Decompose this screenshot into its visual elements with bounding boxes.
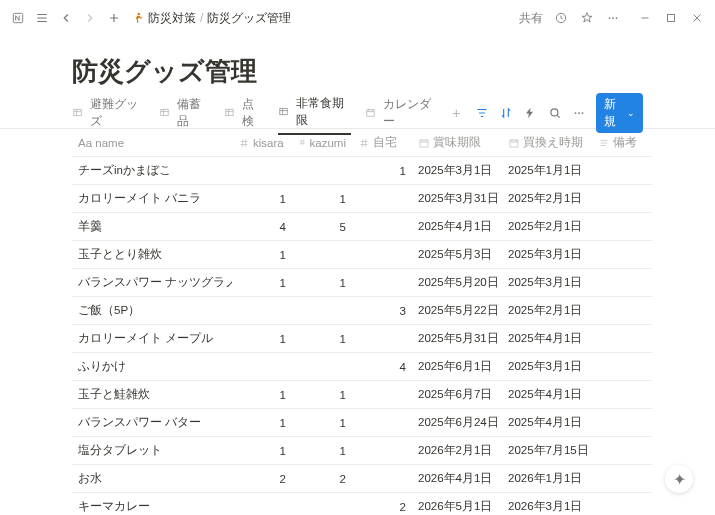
cell-kisara[interactable] <box>232 493 292 515</box>
cell-expiry[interactable]: 2025年3月1日 <box>412 157 502 185</box>
cell-kisara[interactable]: 1 <box>232 325 292 353</box>
column-header-kisara[interactable]: kisara <box>232 129 292 157</box>
column-header-note[interactable]: 備考 <box>592 129 652 157</box>
cell-home[interactable]: 3 <box>352 297 412 325</box>
maximize-icon[interactable] <box>663 10 679 26</box>
sort-icon[interactable] <box>499 105 513 121</box>
search-icon[interactable] <box>548 105 562 121</box>
column-header-replace[interactable]: 買換え時期 <box>502 129 592 157</box>
cell-home[interactable]: 1 <box>352 157 412 185</box>
cell-home[interactable] <box>352 269 412 297</box>
minimize-icon[interactable] <box>637 10 653 26</box>
cell-home[interactable] <box>352 409 412 437</box>
cell-kisara[interactable]: 1 <box>232 269 292 297</box>
cell-replace[interactable]: 2025年7月15日 <box>502 437 592 465</box>
new-button[interactable]: 新規⌄ <box>596 93 643 133</box>
star-icon[interactable] <box>579 10 595 26</box>
cell-expiry[interactable]: 2026年4月1日 <box>412 465 502 493</box>
cell-name[interactable]: お水 <box>72 465 232 493</box>
cell-kisara[interactable]: 1 <box>232 241 292 269</box>
cell-name[interactable]: キーマカレー <box>72 493 232 515</box>
cell-name[interactable]: チーズinかまぼこ <box>72 157 232 185</box>
cell-name[interactable]: バランスパワー バター <box>72 409 232 437</box>
tab-1[interactable]: 備蓄品 <box>159 91 210 134</box>
cell-name[interactable]: カロリーメイト バニラ <box>72 185 232 213</box>
cell-kisara[interactable] <box>232 353 292 381</box>
cell-home[interactable] <box>352 241 412 269</box>
breadcrumb-current[interactable]: 防災グッズ管理 <box>207 10 291 27</box>
cell-expiry[interactable]: 2025年5月20日 <box>412 269 502 297</box>
cell-name[interactable]: 塩分タブレット <box>72 437 232 465</box>
column-header-kazumi[interactable]: kazumi <box>292 129 352 157</box>
add-view-button[interactable]: + <box>452 105 460 121</box>
cell-note[interactable] <box>592 157 652 185</box>
cell-kazumi[interactable]: 1 <box>292 381 352 409</box>
cell-replace[interactable]: 2025年2月1日 <box>502 297 592 325</box>
cell-home[interactable]: 4 <box>352 353 412 381</box>
cell-note[interactable] <box>592 325 652 353</box>
cell-kisara[interactable]: 1 <box>232 409 292 437</box>
cell-name[interactable]: 玉子と鮭雑炊 <box>72 381 232 409</box>
cell-replace[interactable]: 2025年3月1日 <box>502 269 592 297</box>
cell-kisara[interactable]: 1 <box>232 381 292 409</box>
cell-expiry[interactable]: 2025年5月31日 <box>412 325 502 353</box>
cell-kazumi[interactable]: 5 <box>292 213 352 241</box>
view-more-icon[interactable] <box>572 105 586 121</box>
cell-kisara[interactable]: 4 <box>232 213 292 241</box>
share-button[interactable]: 共有 <box>519 10 543 27</box>
cell-name[interactable]: ふりかけ <box>72 353 232 381</box>
bolt-icon[interactable] <box>523 105 537 121</box>
cell-kazumi[interactable] <box>292 241 352 269</box>
cell-replace[interactable]: 2025年2月1日 <box>502 213 592 241</box>
cell-kazumi[interactable]: 1 <box>292 185 352 213</box>
cell-note[interactable] <box>592 381 652 409</box>
cell-kisara[interactable] <box>232 157 292 185</box>
cell-home[interactable] <box>352 465 412 493</box>
ai-fab-button[interactable]: ✦ <box>665 465 693 493</box>
cell-name[interactable]: ご飯（5P） <box>72 297 232 325</box>
cell-kisara[interactable]: 2 <box>232 465 292 493</box>
cell-home[interactable] <box>352 325 412 353</box>
cell-kazumi[interactable]: 2 <box>292 465 352 493</box>
cell-note[interactable] <box>592 269 652 297</box>
cell-home[interactable]: 2 <box>352 493 412 515</box>
filter-icon[interactable] <box>474 105 488 121</box>
cell-name[interactable]: 玉子ととり雑炊 <box>72 241 232 269</box>
cell-replace[interactable]: 2025年3月1日 <box>502 241 592 269</box>
cell-kisara[interactable]: 1 <box>232 437 292 465</box>
cell-kazumi[interactable] <box>292 353 352 381</box>
cell-expiry[interactable]: 2025年3月31日 <box>412 185 502 213</box>
page-title[interactable]: 防災グッズ管理 <box>72 54 655 89</box>
cell-expiry[interactable]: 2026年2月1日 <box>412 437 502 465</box>
cell-expiry[interactable]: 2025年6月1日 <box>412 353 502 381</box>
cell-replace[interactable]: 2025年4月1日 <box>502 409 592 437</box>
column-header-home[interactable]: 自宅 <box>352 129 412 157</box>
cell-home[interactable] <box>352 185 412 213</box>
cell-expiry[interactable]: 2025年6月7日 <box>412 381 502 409</box>
cell-note[interactable] <box>592 465 652 493</box>
breadcrumb-parent[interactable]: 防災対策 <box>148 10 196 27</box>
cell-note[interactable] <box>592 437 652 465</box>
cell-name[interactable]: カロリーメイト メープル <box>72 325 232 353</box>
cell-replace[interactable]: 2025年4月1日 <box>502 325 592 353</box>
cell-home[interactable] <box>352 437 412 465</box>
more-icon[interactable] <box>605 10 621 26</box>
cell-expiry[interactable]: 2025年6月24日 <box>412 409 502 437</box>
cell-note[interactable] <box>592 493 652 515</box>
cell-replace[interactable]: 2025年4月1日 <box>502 381 592 409</box>
clock-icon[interactable] <box>553 10 569 26</box>
cell-kazumi[interactable] <box>292 493 352 515</box>
breadcrumb[interactable]: 防災対策 / 防災グッズ管理 <box>130 10 291 27</box>
tab-2[interactable]: 点検 <box>224 91 264 134</box>
cell-expiry[interactable]: 2025年4月1日 <box>412 213 502 241</box>
cell-kisara[interactable] <box>232 297 292 325</box>
cell-replace[interactable]: 2025年3月1日 <box>502 353 592 381</box>
cell-kazumi[interactable]: 1 <box>292 325 352 353</box>
cell-replace[interactable]: 2025年1月1日 <box>502 157 592 185</box>
cell-home[interactable] <box>352 381 412 409</box>
cell-note[interactable] <box>592 241 652 269</box>
cell-replace[interactable]: 2025年2月1日 <box>502 185 592 213</box>
cell-expiry[interactable]: 2025年5月22日 <box>412 297 502 325</box>
cell-note[interactable] <box>592 353 652 381</box>
column-header-expiry[interactable]: 賞味期限 <box>412 129 502 157</box>
